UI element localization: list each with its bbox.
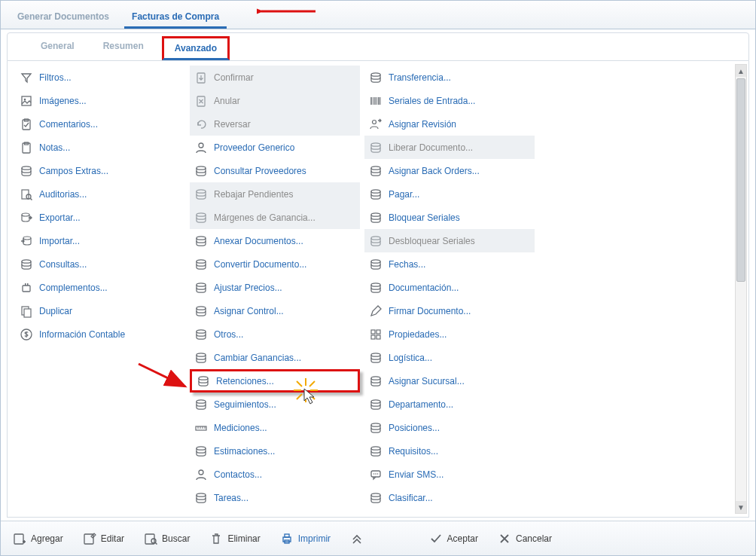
scroll-up-arrow[interactable]: ▲ <box>736 65 746 77</box>
menu-item-label: Firmar Documento... <box>389 306 471 316</box>
menu-item-logistica[interactable]: Logística... <box>364 346 535 369</box>
menu-item-campos[interactable]: Campos Extras... <box>15 159 185 182</box>
menu-item-rebajar: Rebajar Pendientes <box>190 182 360 206</box>
menu-item-filtros[interactable]: Filtros... <box>15 66 185 89</box>
menu-item-label: Asignar Sucursal... <box>389 376 465 386</box>
menu-item-posiciones[interactable]: Posiciones... <box>364 416 535 439</box>
subtab-general[interactable]: General <box>30 36 85 60</box>
menu-item-auditorias[interactable]: Auditorias... <box>15 182 185 206</box>
menu-item-otros[interactable]: Otros... <box>190 322 360 346</box>
buscar-button[interactable]: Buscar <box>139 529 194 548</box>
aceptar-button[interactable]: Aceptar <box>425 529 483 548</box>
menu-item-bloqser[interactable]: Bloquear Seriales <box>364 206 535 229</box>
svg-rect-90 <box>285 534 289 537</box>
menu-item-provgen[interactable]: Proveedor Generico <box>190 136 360 159</box>
cancelar-button[interactable]: Cancelar <box>493 529 556 548</box>
svg-point-13 <box>23 237 31 240</box>
menu-item-label: Proveedor Generico <box>214 142 294 153</box>
db-icon <box>194 444 208 458</box>
menu-item-asignarsuc[interactable]: Asignar Sucursal... <box>364 369 535 393</box>
menu-item-label: Rebajar Pendientes <box>214 189 293 200</box>
menu-item-requisitos[interactable]: Requisitos... <box>364 439 535 463</box>
menu-item-seriales[interactable]: Seriales de Entrada... <box>364 89 535 112</box>
menu-item-contactos[interactable]: Contactos... <box>190 463 360 486</box>
menu-item-tareas[interactable]: Tareas... <box>190 486 360 509</box>
menu-item-cambiargan[interactable]: Cambiar Ganancias... <box>190 346 360 369</box>
db-icon <box>194 304 208 318</box>
subtab-resumen[interactable]: Resumen <box>93 36 154 60</box>
menu-item-consprov[interactable]: Consultar Proveedores <box>190 159 360 182</box>
vertical-scrollbar[interactable]: ▲ ▼ <box>735 64 747 514</box>
menu-item-complementos[interactable]: Complementos... <box>15 276 185 299</box>
menu-item-duplicar[interactable]: Duplicar <box>15 299 185 322</box>
menu-item-clasificar[interactable]: Clasificar... <box>364 486 535 509</box>
agregar-button[interactable]: Agregar <box>8 529 68 548</box>
menu-item-reversar: Reversar <box>190 112 360 136</box>
db-icon <box>369 258 383 271</box>
menu-item-documentacion[interactable]: Documentación... <box>364 276 535 299</box>
menu-item-transferencia[interactable]: Transferencia... <box>364 66 535 89</box>
imprimir-button[interactable]: Imprimir <box>276 529 335 548</box>
db-icon <box>20 258 33 271</box>
menu-item-comentarios[interactable]: Comentarios... <box>15 112 185 136</box>
funnel-icon <box>20 71 33 84</box>
db-icon <box>369 281 383 295</box>
menu-item-pagar[interactable]: Pagar... <box>364 182 535 206</box>
menu-item-retenciones[interactable]: Retenciones... <box>190 369 360 393</box>
menu-item-label: Comentarios... <box>39 119 98 130</box>
clip-down-icon <box>194 71 208 84</box>
menu-item-propiedades[interactable]: Propiedades... <box>364 322 535 346</box>
editar-label: Editar <box>101 533 124 544</box>
menu-item-fechas[interactable]: Fechas... <box>364 252 535 276</box>
collapse-button[interactable] <box>346 529 368 548</box>
menu-item-importar[interactable]: Importar... <box>15 229 185 252</box>
menu-item-consultas[interactable]: Consultas... <box>15 252 185 276</box>
menu-item-anexar[interactable]: Anexar Documentos... <box>190 229 360 252</box>
db-icon <box>194 234 208 248</box>
menu-item-departamento[interactable]: Departamento... <box>364 393 535 416</box>
person-icon <box>194 141 208 154</box>
eliminar-label: Eliminar <box>227 533 260 544</box>
scroll-down-arrow[interactable]: ▼ <box>736 501 746 513</box>
menu-item-label: Auditorias... <box>39 189 87 200</box>
menu-item-asignarctrl[interactable]: Asignar Control... <box>190 299 360 322</box>
menu-item-anular: Anular <box>190 89 360 112</box>
subtab-avanzado[interactable]: Avanzado <box>162 36 230 60</box>
tab-facturas-compra[interactable]: Facturas de Compra <box>124 7 227 29</box>
menu-item-seguimientos[interactable]: Seguimientos... <box>190 393 360 416</box>
eliminar-button[interactable]: Eliminar <box>205 529 264 548</box>
menu-item-asignarrev[interactable]: Asignar Revisión <box>364 112 535 136</box>
svg-point-34 <box>197 399 206 402</box>
menu-item-label: Confirmar <box>214 72 254 83</box>
tab-generar-documentos[interactable]: Generar Documentos <box>10 7 117 29</box>
menu-item-label: Departamento... <box>389 399 453 410</box>
menu-item-infocont[interactable]: Información Contable <box>15 322 185 346</box>
svg-point-56 <box>371 259 380 262</box>
menu-item-exportar[interactable]: Exportar... <box>15 206 185 229</box>
svg-point-40 <box>197 446 206 449</box>
menu-item-label: Desbloquear Seriales <box>389 236 475 246</box>
svg-point-33 <box>199 376 208 379</box>
editar-button[interactable]: Editar <box>78 529 129 548</box>
menu-item-mediciones[interactable]: Mediciones... <box>190 416 360 439</box>
menu-item-label: Enviar SMS... <box>389 469 444 480</box>
menu-item-firmar[interactable]: Firmar Documento... <box>364 299 535 322</box>
menu-item-margenes: Márgenes de Ganancia... <box>190 206 360 229</box>
menu-item-label: Tareas... <box>214 493 248 503</box>
menu-item-label: Bloquear Seriales <box>389 212 460 223</box>
sub-tabs: General Resumen Avanzado <box>7 32 749 61</box>
menu-item-enviarsms[interactable]: Enviar SMS... <box>364 463 535 486</box>
menu-item-imagenes[interactable]: Imágenes... <box>15 89 185 112</box>
menu-item-label: Clasificar... <box>389 493 433 503</box>
menu-item-notas[interactable]: Notas... <box>15 136 185 159</box>
menu-item-backorders[interactable]: Asignar Back Orders... <box>364 159 535 182</box>
menu-item-estimaciones[interactable]: Estimaciones... <box>190 439 360 463</box>
sms-icon <box>369 468 383 481</box>
scroll-thumb[interactable] <box>736 78 745 282</box>
menu-item-ajustar[interactable]: Ajustar Precios... <box>190 276 360 299</box>
menu-item-convertir[interactable]: Convertir Documento... <box>190 252 360 276</box>
clipboard-check-icon <box>20 118 33 131</box>
db-icon <box>194 281 208 295</box>
svg-rect-19 <box>24 309 31 317</box>
aceptar-label: Aceptar <box>447 533 478 544</box>
